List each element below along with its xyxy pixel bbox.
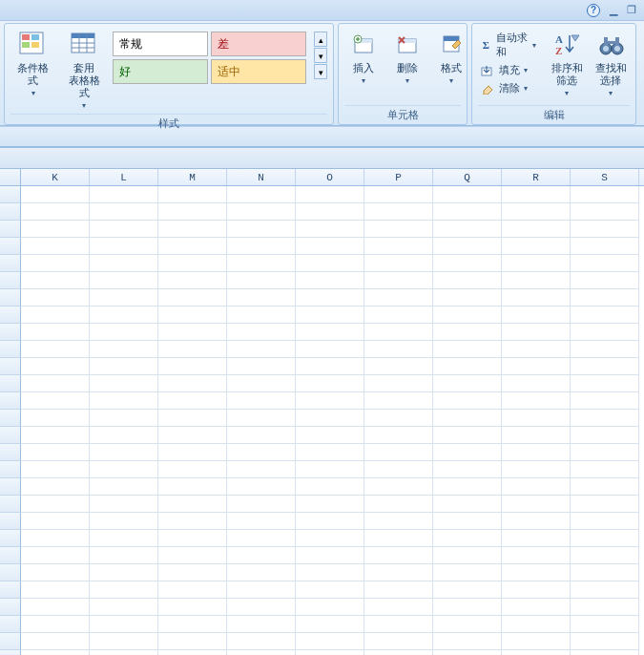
- cell[interactable]: [296, 633, 364, 650]
- cell[interactable]: [158, 599, 227, 616]
- cell[interactable]: [571, 444, 639, 461]
- cell[interactable]: [364, 444, 433, 461]
- cell[interactable]: [21, 324, 90, 341]
- cell[interactable]: [296, 478, 364, 496]
- cell[interactable]: [364, 358, 433, 375]
- cell[interactable]: [571, 478, 639, 496]
- conditional-formatting-button[interactable]: 条件格式 ▾: [10, 28, 56, 99]
- cell[interactable]: [227, 599, 296, 616]
- cell[interactable]: [21, 289, 90, 306]
- cell[interactable]: [158, 375, 227, 392]
- cell[interactable]: [90, 238, 158, 255]
- format-as-table-button[interactable]: 套用表格格式 ▾: [62, 28, 108, 112]
- column-header[interactable]: L: [90, 169, 158, 185]
- cell[interactable]: [433, 306, 502, 324]
- cell[interactable]: [364, 392, 433, 410]
- cell[interactable]: [296, 496, 364, 513]
- cell[interactable]: [227, 289, 296, 306]
- row-header[interactable]: [0, 272, 21, 289]
- cell[interactable]: [502, 599, 571, 616]
- cell[interactable]: [21, 564, 90, 581]
- help-icon[interactable]: ?: [587, 4, 600, 17]
- cell[interactable]: [158, 410, 227, 427]
- cell[interactable]: [90, 547, 158, 564]
- cell[interactable]: [433, 238, 502, 255]
- column-header[interactable]: M: [158, 169, 227, 185]
- row-header[interactable]: [0, 375, 21, 392]
- cell[interactable]: [502, 478, 571, 496]
- clear-button[interactable]: 清除 ▾: [478, 80, 538, 96]
- cell[interactable]: [364, 633, 433, 650]
- cell[interactable]: [433, 564, 502, 581]
- cell[interactable]: [502, 203, 571, 221]
- cell[interactable]: [364, 564, 433, 581]
- cell[interactable]: [21, 513, 90, 530]
- cell[interactable]: [364, 599, 433, 616]
- cell[interactable]: [90, 410, 158, 427]
- cell[interactable]: [364, 255, 433, 272]
- cell[interactable]: [158, 186, 227, 203]
- row-header[interactable]: [0, 496, 21, 513]
- cell[interactable]: [571, 616, 639, 633]
- column-header[interactable]: O: [296, 169, 364, 185]
- row-header[interactable]: [0, 444, 21, 461]
- cell[interactable]: [364, 461, 433, 478]
- cell[interactable]: [227, 478, 296, 496]
- cell[interactable]: [433, 289, 502, 306]
- cell[interactable]: [364, 513, 433, 530]
- cell[interactable]: [227, 496, 296, 513]
- cell[interactable]: [227, 203, 296, 221]
- cell[interactable]: [433, 375, 502, 392]
- cell[interactable]: [227, 513, 296, 530]
- cell[interactable]: [21, 650, 90, 655]
- cell[interactable]: [433, 221, 502, 238]
- cell[interactable]: [227, 358, 296, 375]
- row-header[interactable]: [0, 581, 21, 599]
- cell[interactable]: [296, 427, 364, 444]
- find-select-button[interactable]: 查找和选择 ▾: [592, 28, 630, 99]
- column-header[interactable]: P: [364, 169, 433, 185]
- cell[interactable]: [296, 650, 364, 655]
- row-header[interactable]: [0, 186, 21, 203]
- cell[interactable]: [364, 478, 433, 496]
- delete-button[interactable]: 删除 ▾: [388, 28, 426, 87]
- cell[interactable]: [21, 306, 90, 324]
- cell[interactable]: [364, 186, 433, 203]
- cell[interactable]: [158, 221, 227, 238]
- cell[interactable]: [296, 203, 364, 221]
- cell[interactable]: [364, 238, 433, 255]
- cell[interactable]: [21, 478, 90, 496]
- cell[interactable]: [158, 530, 227, 547]
- cell[interactable]: [227, 306, 296, 324]
- cell[interactable]: [21, 392, 90, 410]
- row-header[interactable]: [0, 478, 21, 496]
- cell-style-neutral[interactable]: 适中: [211, 59, 306, 84]
- cell[interactable]: [502, 461, 571, 478]
- cell[interactable]: [364, 547, 433, 564]
- cell[interactable]: [571, 203, 639, 221]
- cell[interactable]: [296, 530, 364, 547]
- cell[interactable]: [90, 272, 158, 289]
- cell[interactable]: [90, 306, 158, 324]
- cell[interactable]: [364, 410, 433, 427]
- cell[interactable]: [21, 633, 90, 650]
- column-header[interactable]: N: [227, 169, 296, 185]
- row-header[interactable]: [0, 203, 21, 221]
- cell[interactable]: [90, 324, 158, 341]
- cell[interactable]: [90, 392, 158, 410]
- cell[interactable]: [571, 599, 639, 616]
- cell[interactable]: [571, 306, 639, 324]
- column-header[interactable]: S: [571, 169, 639, 185]
- cell[interactable]: [502, 186, 571, 203]
- cell[interactable]: [296, 272, 364, 289]
- cell[interactable]: [21, 238, 90, 255]
- cell[interactable]: [571, 461, 639, 478]
- cell[interactable]: [21, 255, 90, 272]
- cell[interactable]: [433, 203, 502, 221]
- cell[interactable]: [158, 358, 227, 375]
- cell[interactable]: [158, 547, 227, 564]
- row-header[interactable]: [0, 461, 21, 478]
- cell[interactable]: [90, 564, 158, 581]
- cell[interactable]: [158, 461, 227, 478]
- column-header[interactable]: Q: [433, 169, 502, 185]
